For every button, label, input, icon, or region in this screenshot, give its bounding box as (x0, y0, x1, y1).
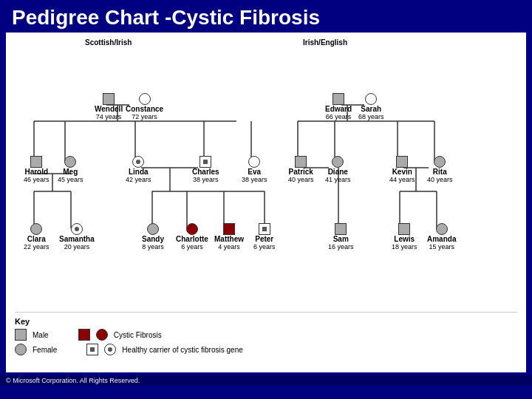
constance-age: 72 years (132, 113, 157, 120)
key-cf-male-symbol (78, 329, 90, 341)
key-cf-female-symbol (96, 329, 108, 341)
sandy-symbol (147, 223, 159, 235)
amanda-name: Amanda (427, 235, 456, 243)
person-edward: Edward 66 years (325, 93, 352, 120)
key-female-symbol (15, 344, 27, 355)
clara-name: Clara (27, 235, 46, 243)
copyright-text: © Microsoft Corporation. All Rights Rese… (6, 377, 140, 384)
ethnic-label-left: Scottish/Irish (85, 38, 132, 47)
peter-name: Peter (255, 235, 273, 243)
copyright-bar: © Microsoft Corporation. All Rights Rese… (0, 375, 532, 386)
rita-name: Rita (433, 168, 447, 176)
diane-age: 41 years (325, 176, 351, 183)
person-harold: Harold 46 years (24, 156, 50, 183)
person-clara: Clara 22 years (24, 223, 50, 250)
key-row-female: Female (15, 344, 57, 355)
edward-name: Edward (325, 105, 352, 113)
person-wendell: Wendell 74 years (95, 93, 123, 120)
wendell-name: Wendell (95, 105, 123, 113)
harold-name: Harold (24, 168, 48, 176)
person-matthew: Matthew 4 years (214, 223, 244, 250)
key-male-symbol (15, 329, 27, 341)
rita-age: 40 years (427, 176, 453, 183)
sam-age: 16 years (328, 243, 354, 250)
linda-symbol (132, 156, 144, 168)
charles-name: Charles (192, 168, 219, 176)
samantha-name: Samantha (59, 235, 95, 243)
key-carrier-label: Healthy carrier of cystic fibrosis gene (122, 346, 242, 354)
person-constance: Constance 72 years (126, 93, 163, 120)
charlotte-symbol (186, 223, 198, 235)
person-samantha: Samantha 20 years (59, 223, 95, 250)
person-diane: Diane 41 years (325, 156, 351, 183)
charles-age: 38 years (193, 176, 219, 183)
person-meg: Meg 45 years (58, 156, 83, 183)
sandy-name: Sandy (142, 235, 164, 243)
person-linda: Linda 42 years (126, 156, 151, 183)
page-title: Pedigree Chart -Cystic Fibrosis (12, 6, 320, 29)
chart-container: Scottish/Irish Irish/English (6, 33, 526, 372)
constance-symbol (139, 93, 151, 105)
wendell-age: 74 years (96, 113, 122, 120)
sam-name: Sam (333, 235, 349, 243)
sandy-age: 8 years (142, 243, 164, 250)
peter-symbol (259, 223, 270, 235)
linda-name: Linda (129, 168, 149, 176)
samantha-age: 20 years (64, 243, 90, 250)
sam-symbol (335, 223, 347, 235)
lewis-symbol (398, 223, 410, 235)
key-area: Key Male Cystic Fibrosis Female Healthy … (15, 312, 517, 355)
ethnic-label-right: Irish/English (303, 38, 347, 47)
patrick-age: 40 years (288, 176, 314, 183)
key-title: Key (15, 317, 517, 326)
linda-age: 42 years (126, 176, 151, 183)
constance-name: Constance (126, 105, 163, 113)
charles-symbol (200, 156, 211, 168)
key-row-cf: Cystic Fibrosis (78, 329, 162, 341)
meg-age: 45 years (58, 176, 83, 183)
person-peter: Peter 6 years (253, 223, 276, 250)
key-carrier-male-symbol (86, 344, 98, 355)
person-kevin: Kevin 44 years (389, 156, 415, 183)
clara-symbol (30, 223, 42, 235)
person-rita: Rita 40 years (427, 156, 453, 183)
rita-symbol (434, 156, 446, 168)
harold-age: 46 years (24, 176, 50, 183)
patrick-symbol (295, 156, 307, 168)
meg-symbol (64, 156, 76, 168)
person-sandy: Sandy 8 years (142, 223, 164, 250)
diane-name: Diane (328, 168, 348, 176)
sarah-symbol (365, 93, 377, 105)
eva-symbol (248, 156, 260, 168)
key-row-male: Male (15, 329, 49, 341)
eva-name: Eva (248, 168, 261, 176)
matthew-symbol (223, 223, 235, 235)
sarah-age: 68 years (358, 113, 384, 120)
person-amanda: Amanda 15 years (427, 223, 456, 250)
person-patrick: Patrick 40 years (288, 156, 314, 183)
key-row-carrier: Healthy carrier of cystic fibrosis gene (86, 344, 242, 355)
key-carrier-female-symbol (104, 344, 116, 355)
kevin-symbol (396, 156, 408, 168)
eva-age: 38 years (242, 176, 267, 183)
edward-symbol (332, 93, 344, 105)
person-charlotte: Charlotte 6 years (176, 223, 208, 250)
diane-symbol (332, 156, 344, 168)
wendell-symbol (103, 93, 115, 105)
title-bar: Pedigree Chart -Cystic Fibrosis (0, 0, 532, 33)
lewis-age: 18 years (392, 243, 417, 250)
person-sarah: Sarah 68 years (358, 93, 384, 120)
key-male-label: Male (33, 331, 49, 339)
edward-age: 66 years (326, 113, 352, 120)
matthew-age: 4 years (218, 243, 240, 250)
key-cf-label: Cystic Fibrosis (114, 331, 162, 339)
sarah-name: Sarah (361, 105, 381, 113)
amanda-symbol (436, 223, 448, 235)
meg-name: Meg (63, 168, 78, 176)
matthew-name: Matthew (214, 235, 244, 243)
charlotte-name: Charlotte (176, 235, 208, 243)
person-sam: Sam 16 years (328, 223, 354, 250)
kevin-age: 44 years (389, 176, 415, 183)
clara-age: 22 years (24, 243, 50, 250)
person-lewis: Lewis 18 years (392, 223, 417, 250)
